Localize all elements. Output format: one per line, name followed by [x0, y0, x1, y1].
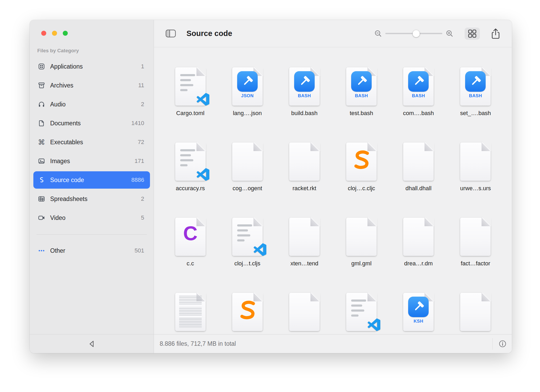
doc-text-vscode-icon	[175, 67, 206, 106]
zoom-in-icon	[445, 29, 454, 38]
sidebar-item-archives[interactable]: Archives 11	[33, 77, 150, 94]
document-page: KSH	[403, 293, 434, 331]
file-item[interactable]: BASH build.bash	[276, 67, 333, 142]
tool-app-badge	[408, 71, 429, 92]
file-item[interactable]	[162, 293, 219, 334]
document-page	[175, 142, 206, 181]
zoom-out-button[interactable]	[374, 29, 382, 38]
sidebar-item-audio[interactable]: Audio 2	[33, 96, 150, 113]
grid-view-icon	[468, 29, 477, 38]
doc-text-vscode-icon	[232, 218, 263, 256]
sidebar-item-applications[interactable]: Applications 1	[33, 58, 150, 75]
tool-app-badge	[294, 71, 315, 92]
info-icon	[499, 340, 507, 348]
file-item[interactable]	[333, 293, 390, 334]
file-item[interactable]: BASH set_….bash	[447, 67, 504, 142]
vscode-badge-icon	[197, 93, 209, 106]
file-name-label: accuracy.rs	[176, 185, 205, 192]
file-item[interactable]: fact…factor	[447, 218, 504, 293]
sidebar-toggle-icon	[165, 29, 176, 38]
category-count-badge: 8886	[131, 177, 146, 183]
sidebar-item-executables[interactable]: ⌘ Executables 72	[33, 133, 150, 151]
sidebar-item-video[interactable]: Video 5	[33, 209, 150, 226]
file-item[interactable]: cloj…c.cljc	[333, 142, 390, 218]
document-page	[175, 67, 206, 106]
file-item[interactable]	[447, 293, 504, 334]
tool-hammer-icon	[241, 75, 254, 88]
close-button[interactable]	[41, 31, 46, 36]
file-type-label: BASH	[460, 93, 491, 99]
file-item[interactable]	[276, 293, 333, 334]
text-lines	[180, 74, 196, 91]
file-item[interactable]	[219, 293, 276, 334]
vscode-badge-icon	[197, 168, 209, 181]
document-page	[232, 142, 263, 181]
sidebar-item-other[interactable]: Other 501	[33, 242, 150, 259]
document-page	[460, 142, 491, 181]
file-type-label: BASH	[289, 93, 320, 99]
zoom-slider-knob[interactable]	[413, 30, 420, 37]
file-item[interactable]: cloj…t.cljs	[219, 218, 276, 293]
zoom-slider[interactable]	[385, 33, 442, 34]
file-item[interactable]: BASH com….bash	[390, 67, 447, 142]
minimize-button[interactable]	[52, 31, 57, 36]
tool-app-badge	[351, 71, 372, 92]
file-item[interactable]: urwe…s.urs	[447, 142, 504, 218]
file-item[interactable]: dhall.dhall	[390, 142, 447, 218]
doc-blank-icon	[460, 218, 491, 256]
archives-icon	[37, 80, 46, 90]
file-item[interactable]: KSH	[390, 293, 447, 334]
tool-app-badge	[237, 71, 258, 92]
file-name-label: build.bash	[291, 110, 318, 117]
document-page	[346, 142, 377, 181]
file-item[interactable]: drea…r.dm	[390, 218, 447, 293]
sidebar-item-spreadsheets[interactable]: Spreadsheets 2	[33, 190, 150, 208]
document-page	[289, 218, 320, 256]
sidebar: Files by Category Applications 1 Archive…	[30, 20, 154, 334]
file-name-label: cog…ogent	[232, 185, 262, 192]
file-item[interactable]: xten…tend	[276, 218, 333, 293]
file-item[interactable]: accuracy.rs	[162, 142, 219, 218]
document-page	[289, 293, 320, 331]
document-page	[175, 293, 206, 331]
toolbar: Source code	[154, 20, 512, 47]
files-grid: Cargo.toml JSON lang….json BASH build.ba…	[154, 47, 512, 334]
sublime-icon	[351, 149, 372, 173]
sidebar-item-images[interactable]: Images 171	[33, 152, 150, 170]
zoom-button[interactable]	[63, 31, 68, 36]
sidebar-item-source-code[interactable]: Source code 8886	[33, 171, 150, 189]
document-page: BASH	[346, 67, 377, 106]
file-item[interactable]: gml.gml	[333, 218, 390, 293]
other-icon	[37, 246, 46, 256]
info-button[interactable]	[499, 340, 507, 348]
document-page	[403, 142, 434, 181]
document-page	[346, 293, 377, 331]
file-name-label: cloj…t.cljs	[234, 260, 260, 267]
file-name-label: Cargo.toml	[176, 110, 205, 117]
vscode-badge-icon	[368, 318, 380, 331]
back-icon	[88, 340, 95, 348]
applications-icon	[37, 61, 46, 71]
share-button[interactable]	[489, 27, 502, 40]
zoom-in-button[interactable]	[445, 29, 454, 38]
zoom-controls	[374, 29, 454, 38]
file-item[interactable]: C c.c	[162, 218, 219, 293]
category-count-badge: 501	[134, 247, 146, 254]
doc-text-vscode-icon	[346, 293, 377, 331]
file-name-label: gml.gml	[351, 260, 372, 267]
back-button[interactable]	[88, 340, 95, 348]
sidebar-item-documents[interactable]: Documents 1410	[33, 115, 150, 132]
file-item[interactable]: JSON lang….json	[219, 67, 276, 142]
file-item[interactable]: cog…ogent	[219, 142, 276, 218]
doc-dense-icon	[175, 293, 206, 331]
app-tool-icon: BASH	[403, 67, 434, 106]
file-type-label: BASH	[346, 93, 377, 99]
sidebar-toggle-button[interactable]	[165, 29, 176, 38]
file-item[interactable]: BASH test.bash	[333, 67, 390, 142]
file-item[interactable]: Cargo.toml	[162, 67, 219, 142]
documents-icon	[37, 118, 46, 128]
document-page: BASH	[460, 67, 491, 106]
file-item[interactable]: racket.rkt	[276, 142, 333, 218]
sidebar-footer-list: Other 501	[33, 242, 150, 259]
grid-view-button[interactable]	[465, 28, 480, 40]
